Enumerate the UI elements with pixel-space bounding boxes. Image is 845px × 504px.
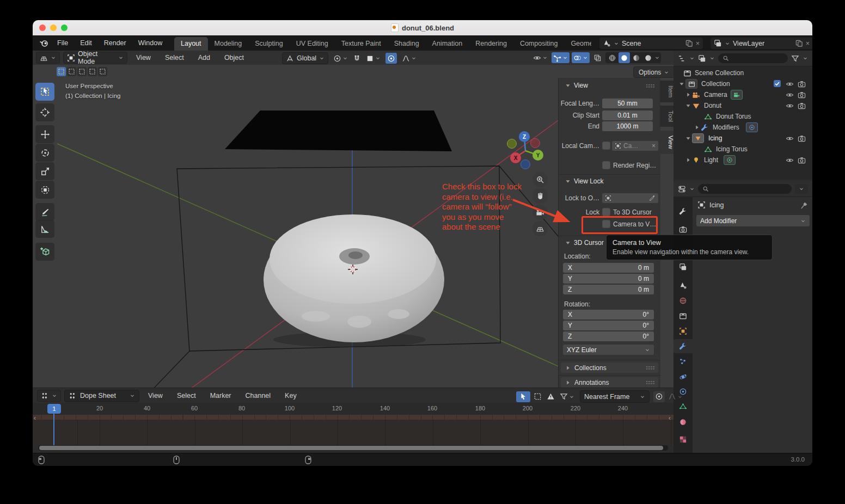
only-errors-toggle[interactable] (545, 391, 556, 402)
disclosure-open-icon[interactable] (684, 102, 692, 109)
shading-wireframe-button[interactable] (607, 52, 618, 63)
subsurf-modifier-badge[interactable] (746, 122, 758, 132)
hide-eye-icon[interactable] (786, 91, 794, 99)
unlink-scene-icon[interactable]: × (696, 40, 700, 47)
workspace-tab-compositing[interactable]: Compositing (513, 37, 564, 51)
chevron-down-icon[interactable] (689, 56, 695, 61)
breadcrumb-object[interactable]: Icing (709, 201, 724, 209)
cursor-location-z[interactable]: Z0 m (563, 285, 654, 294)
select-mode-invert[interactable] (88, 67, 97, 76)
local-camera-field[interactable]: Ca… × (612, 141, 658, 151)
shading-dropdown-icon[interactable] (654, 55, 660, 60)
panel-grip[interactable] (646, 84, 655, 88)
dope-menu-marker[interactable]: Marker (205, 389, 237, 403)
scene-selector[interactable]: Scene × (599, 37, 703, 50)
outliner-search-input[interactable] (718, 53, 788, 63)
cursor-rotation-z[interactable]: Z0° (563, 331, 654, 341)
options-button[interactable]: Options (633, 66, 675, 78)
shading-solid-button[interactable] (619, 52, 630, 63)
rotation-mode-dropdown[interactable]: XYZ Euler (563, 345, 654, 355)
collections-panel-header[interactable]: Collections (561, 362, 658, 373)
hide-eye-icon[interactable] (786, 134, 794, 143)
tool-select-box[interactable] (35, 83, 54, 101)
properties-search-input[interactable] (698, 184, 792, 194)
clip-start-field[interactable]: 0.01 m (602, 110, 653, 120)
scrollbar-thumb[interactable] (39, 446, 663, 450)
chevron-down-icon[interactable] (803, 56, 808, 61)
hide-eye-icon[interactable] (786, 80, 794, 88)
outliner-filter-type-icon[interactable] (698, 54, 706, 63)
outliner-row-light[interactable]: Light (673, 155, 812, 165)
tool-move[interactable] (35, 125, 54, 143)
cursor-location-y[interactable]: Y0 m (563, 274, 654, 284)
workspace-tab-shading[interactable]: Shading (388, 37, 426, 51)
hide-eye-icon[interactable] (786, 156, 794, 164)
light-data-badge[interactable] (724, 155, 736, 165)
transform-orientation-selector[interactable]: Global (282, 52, 328, 64)
view-section-header[interactable]: View (564, 82, 588, 89)
falloff-selector[interactable] (666, 391, 684, 402)
minimize-window-button[interactable] (50, 24, 57, 31)
dopesheet-mode-selector[interactable]: Dope Sheet (64, 390, 139, 402)
remove-viewlayer-icon[interactable]: × (806, 40, 810, 47)
tab-object[interactable] (673, 324, 693, 338)
exclude-checkbox[interactable] (774, 80, 781, 87)
render-visibility-icon[interactable] (798, 102, 806, 110)
viewport-menu-view[interactable]: View (131, 51, 156, 65)
tool-rotate[interactable] (35, 144, 54, 162)
snap-mode-selector[interactable]: Nearest Frame (580, 390, 650, 403)
dopesheet-editor-type-button[interactable] (37, 390, 61, 402)
proportional-editing-toggle[interactable] (385, 53, 397, 64)
workspace-tab-modeling[interactable]: Modeling (208, 37, 249, 51)
shading-material-button[interactable] (630, 52, 642, 63)
tab-texture[interactable] (673, 432, 693, 446)
overlays-toggle[interactable] (572, 52, 590, 63)
viewport-menu-add[interactable]: Add (193, 51, 216, 65)
lock-to-object-field[interactable] (602, 193, 658, 203)
tab-view-layer[interactable] (673, 260, 693, 274)
workspace-tab-geometry-nodes[interactable]: Geometry Nodes (564, 37, 591, 51)
tab-material[interactable] (673, 415, 693, 429)
disclosure-closed-icon[interactable] (693, 124, 701, 131)
workspace-tab-uv-editing[interactable]: UV Editing (290, 37, 335, 51)
tool-cursor[interactable] (35, 103, 54, 121)
dopesheet-channel-area[interactable] (33, 420, 673, 445)
tab-tool[interactable] (673, 204, 693, 218)
snap-to-selector[interactable] (364, 53, 382, 64)
tab-physics[interactable] (673, 370, 693, 384)
hide-eye-icon[interactable] (786, 102, 794, 110)
render-region-checkbox[interactable] (602, 161, 610, 169)
cursor-section-header[interactable]: 3D Cursor (564, 239, 604, 247)
playhead[interactable] (53, 413, 54, 445)
properties-editor-icon[interactable] (678, 185, 686, 193)
xray-toggle[interactable] (592, 52, 603, 63)
clip-end-field[interactable]: 1000 m (602, 121, 653, 131)
to-3d-cursor-checkbox[interactable] (602, 208, 610, 216)
select-mode-extend[interactable] (67, 67, 76, 76)
disclosure-open-icon[interactable] (684, 134, 692, 142)
cursor-location-x[interactable]: X0 m (563, 263, 654, 273)
only-selected-toggle[interactable] (516, 391, 530, 402)
render-visibility-icon[interactable] (798, 156, 806, 164)
blender-logo-icon[interactable] (39, 38, 49, 48)
shading-rendered-button[interactable] (642, 52, 654, 63)
new-scene-icon[interactable] (685, 39, 693, 47)
render-visibility-icon[interactable] (798, 134, 806, 143)
local-camera-checkbox[interactable] (602, 142, 610, 150)
eyedropper-icon[interactable] (649, 195, 656, 201)
annotations-panel-header[interactable]: Annotations (561, 377, 658, 388)
pivot-point-selector[interactable] (332, 53, 350, 64)
dope-menu-select[interactable]: Select (172, 389, 201, 403)
dope-menu-key[interactable]: Key (279, 389, 302, 403)
render-visibility-icon[interactable] (798, 91, 806, 99)
outliner-row-modifiers[interactable]: Modifiers (673, 122, 812, 133)
workspace-tab-texture-paint[interactable]: Texture Paint (335, 37, 388, 51)
outliner-row-camera[interactable]: Camera (673, 89, 812, 100)
zoom-window-button[interactable] (61, 24, 68, 31)
view-lock-section-header[interactable]: View Lock (564, 177, 603, 185)
outliner-row-collection[interactable]: Collection (673, 78, 812, 89)
menu-window[interactable]: Window (132, 35, 168, 51)
tab-world[interactable] (673, 293, 693, 308)
chevron-down-icon[interactable] (709, 56, 715, 61)
select-mode-subtract[interactable] (77, 67, 87, 76)
